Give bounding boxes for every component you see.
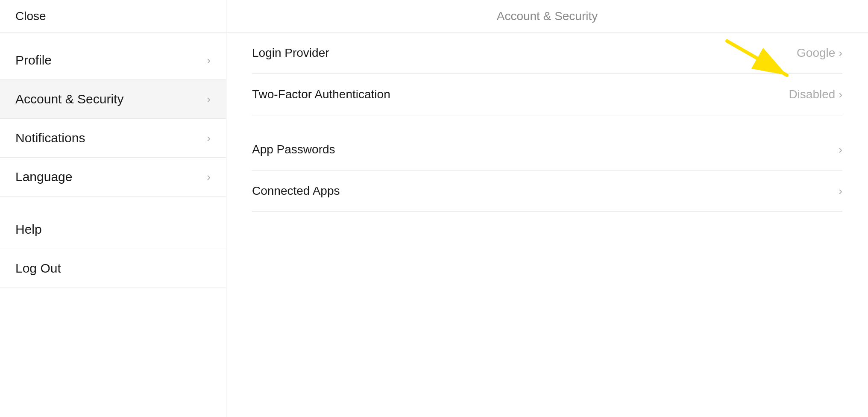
sidebar-item-help[interactable]: Help [0,210,226,249]
sidebar-item-label: Log Out [15,261,61,276]
connected-apps-label: Connected Apps [252,184,340,198]
login-provider-label: Login Provider [252,46,329,60]
sidebar-item-notifications[interactable]: Notifications › [0,119,226,158]
page-title: Account & Security [226,9,868,23]
two-factor-auth-label: Two-Factor Authentication [252,88,390,101]
connected-apps-value: › [839,185,842,198]
content-panel: Login Provider Google › Two-Factor Authe… [226,32,868,417]
sidebar-item-language[interactable]: Language › [0,158,226,197]
chevron-right-icon: › [207,93,211,106]
app-passwords-value: › [839,143,842,156]
app-passwords-item[interactable]: App Passwords › [252,129,842,170]
sidebar-item-account-security[interactable]: Account & Security › [0,80,226,119]
header: Close Account & Security [0,0,868,32]
app-passwords-label: App Passwords [252,143,335,156]
sidebar-item-label: Account & Security [15,92,123,106]
sidebar-gap [0,197,226,210]
chevron-right-icon: › [207,54,211,67]
two-factor-auth-value: Disabled › [789,88,842,101]
sidebar: Profile › Account & Security › Notificat… [0,32,226,417]
chevron-right-icon: › [839,47,842,60]
sidebar-item-label: Notifications [15,131,85,145]
chevron-right-icon: › [839,143,842,156]
main-content: Profile › Account & Security › Notificat… [0,32,868,417]
chevron-right-icon: › [207,170,211,184]
sidebar-item-label: Profile [15,53,52,68]
sidebar-item-logout[interactable]: Log Out [0,249,226,288]
sidebar-item-profile[interactable]: Profile › [0,41,226,80]
close-button[interactable]: Close [0,0,226,32]
two-factor-auth-value-text: Disabled [789,88,835,101]
connected-apps-item[interactable]: Connected Apps › [252,170,842,212]
login-provider-value: Google › [797,46,842,60]
chevron-right-icon: › [839,185,842,198]
sidebar-item-label: Language [15,170,72,184]
sidebar-item-label: Help [15,222,42,237]
chevron-right-icon: › [839,88,842,101]
close-label: Close [15,9,46,23]
content-gap [252,115,842,129]
two-factor-auth-item[interactable]: Two-Factor Authentication Disabled › [252,74,842,115]
chevron-right-icon: › [207,132,211,145]
login-provider-value-text: Google [797,46,835,60]
login-provider-item[interactable]: Login Provider Google › [252,32,842,74]
